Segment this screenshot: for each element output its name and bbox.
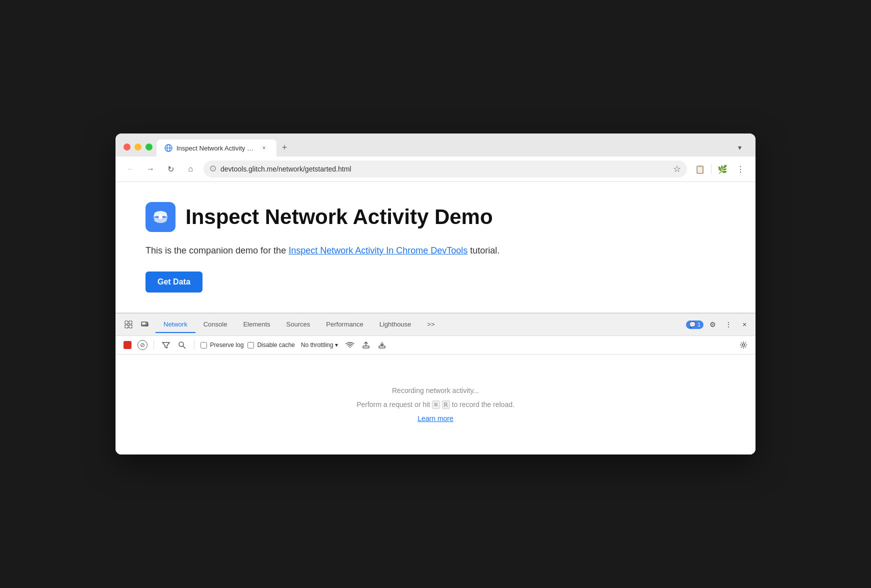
page-description: This is the companion demo for the Inspe… — [146, 244, 726, 258]
export-har-button[interactable] — [376, 339, 388, 351]
svg-rect-10 — [125, 325, 128, 328]
recording-hint: Perform a request or hit ⌘ R to record t… — [356, 400, 514, 408]
devtools-tab-bar: Network Console Elements Sources Perform… — [116, 314, 756, 336]
maximize-button[interactable] — [146, 144, 152, 150]
svg-line-16 — [183, 346, 186, 348]
svg-point-21 — [742, 344, 745, 346]
window-controls — [124, 144, 152, 156]
devtools-close-button[interactable]: × — [738, 318, 752, 332]
title-bar: Inspect Network Activity Dem × + ▾ — [116, 134, 756, 156]
hint-prefix: Perform a request or hit — [356, 400, 432, 408]
svg-point-15 — [179, 342, 184, 346]
device-toolbar-button[interactable] — [138, 318, 152, 332]
disable-cache-label: Disable cache — [257, 342, 294, 348]
extensions-icon[interactable]: 📋 — [693, 162, 707, 176]
tab-title: Inspect Network Activity Dem — [176, 144, 256, 152]
tab-bar: Inspect Network Activity Dem × + ▾ — [156, 140, 748, 156]
learn-more-link[interactable]: Learn more — [418, 414, 454, 422]
toolbar-separator-1 — [154, 340, 154, 350]
page-content: Inspect Network Activity Demo This is th… — [116, 182, 756, 313]
glitch-logo — [146, 202, 176, 232]
tab-close-button[interactable]: × — [260, 144, 268, 152]
svg-point-7 — [158, 215, 162, 219]
tab-more[interactable]: >> — [419, 316, 442, 333]
description-suffix: tutorial. — [470, 246, 500, 256]
address-bar: ← → ↻ ⌂ devtools.glitch.me/network/getst… — [116, 156, 756, 182]
network-toolbar: ⊘ Preserve log Disable cache — [116, 336, 756, 354]
svg-rect-17 — [363, 346, 369, 348]
tab-lighthouse[interactable]: Lighthouse — [372, 316, 420, 333]
url-text[interactable]: devtools.glitch.me/network/getstarted.ht… — [220, 165, 669, 173]
clear-button[interactable]: ⊘ — [138, 340, 148, 350]
devtools-right-actions: 💬 1 ⚙ ⋮ × — [686, 318, 752, 332]
page-header: Inspect Network Activity Demo — [146, 202, 726, 232]
minimize-button[interactable] — [134, 144, 142, 150]
record-stop-icon — [124, 341, 132, 349]
devtools-left-icons — [120, 314, 154, 336]
devtools-more-button[interactable]: ⋮ — [722, 318, 736, 332]
devtools-panel: Network Console Elements Sources Perform… — [116, 313, 756, 454]
tab-network[interactable]: Network — [156, 316, 196, 333]
tab-performance[interactable]: Performance — [318, 316, 371, 333]
tutorial-link[interactable]: Inspect Network Activity In Chrome DevTo… — [288, 246, 468, 256]
inspect-element-button[interactable] — [122, 318, 136, 332]
browser-toolbar-icons: 📋 🌿 ⋮ — [693, 162, 748, 176]
console-badge-icon: 💬 — [689, 322, 696, 328]
description-prefix: This is the companion demo for the — [146, 246, 288, 256]
preserve-log-checkbox[interactable]: Preserve log — [200, 342, 244, 348]
active-tab[interactable]: Inspect Network Activity Dem × — [156, 140, 276, 156]
page-title: Inspect Network Activity Demo — [186, 206, 493, 228]
preserve-log-label: Preserve log — [210, 342, 244, 348]
search-button[interactable] — [176, 339, 188, 351]
console-badge[interactable]: 💬 1 — [686, 320, 704, 329]
filter-button[interactable] — [160, 339, 172, 351]
more-options-icon[interactable]: ⋮ — [734, 162, 748, 176]
throttle-label: No throttling — [301, 342, 334, 348]
back-button[interactable]: ← — [124, 162, 138, 176]
throttle-dropdown-icon: ▾ — [335, 342, 338, 348]
devtools-settings-button[interactable]: ⚙ — [706, 318, 720, 332]
bookmark-icon[interactable]: ☆ — [673, 164, 681, 174]
svg-rect-19 — [379, 346, 385, 348]
online-button[interactable] — [344, 339, 356, 351]
disable-cache-input[interactable] — [248, 342, 254, 348]
network-empty-state: Recording network activity... Perform a … — [116, 354, 756, 454]
reload-button[interactable]: ↻ — [164, 162, 178, 176]
disable-cache-checkbox[interactable]: Disable cache — [248, 342, 294, 348]
import-har-button[interactable] — [360, 339, 372, 351]
svg-rect-9 — [129, 321, 132, 324]
recording-status: Recording network activity... — [392, 386, 479, 394]
network-settings-button[interactable] — [738, 339, 750, 351]
cmd-key: ⌘ — [432, 400, 440, 409]
get-data-button[interactable]: Get Data — [146, 272, 202, 292]
record-stop-button[interactable] — [122, 339, 134, 351]
toolbar-divider — [711, 164, 712, 174]
svg-rect-12 — [142, 322, 148, 326]
browser-window: Inspect Network Activity Dem × + ▾ ← → ↻… — [116, 134, 756, 454]
security-icon — [210, 165, 216, 174]
svg-rect-8 — [125, 321, 128, 324]
forward-button[interactable]: → — [144, 162, 158, 176]
profile-icon[interactable]: 🌿 — [716, 162, 730, 176]
close-button[interactable] — [124, 144, 130, 150]
new-tab-button[interactable]: + — [276, 140, 292, 156]
tab-favicon — [164, 144, 172, 152]
svg-rect-11 — [129, 325, 132, 328]
glitch-logo-svg — [150, 207, 170, 227]
url-bar[interactable]: devtools.glitch.me/network/getstarted.ht… — [204, 160, 687, 178]
svg-rect-14 — [146, 323, 148, 326]
home-button[interactable]: ⌂ — [184, 162, 198, 176]
hint-suffix: to record the reload. — [452, 400, 514, 408]
console-badge-count: 1 — [698, 322, 700, 328]
tab-dropdown-button[interactable]: ▾ — [732, 140, 748, 156]
tab-console[interactable]: Console — [196, 316, 236, 333]
r-key: R — [442, 400, 450, 409]
throttle-select[interactable]: No throttling ▾ — [299, 340, 340, 350]
tab-elements[interactable]: Elements — [235, 316, 278, 333]
tab-sources[interactable]: Sources — [278, 316, 318, 333]
preserve-log-input[interactable] — [200, 342, 207, 348]
toolbar-separator-2 — [194, 340, 194, 350]
